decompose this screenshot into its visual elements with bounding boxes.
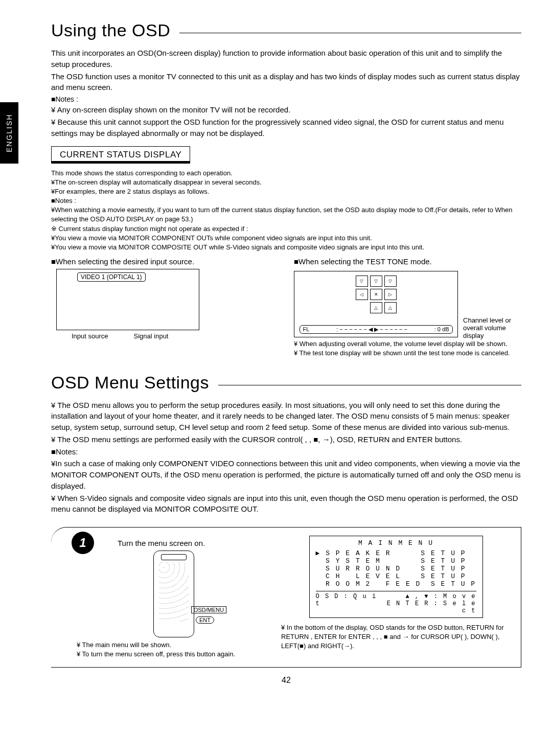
step-left-note-1: ¥ The main menu will be shown. [77, 640, 271, 650]
diagram-right-title: ■When selecting the TEST TONE mode. [294, 257, 521, 266]
menu-footer-left: O S D : Q u i t [316, 593, 379, 614]
legend-line-2: overall volume display [463, 324, 521, 339]
cs-line-5: ※ Current status display function might … [51, 224, 521, 234]
cs-line-7: ¥You view a movie via MONITOR COMPOSITE … [51, 243, 521, 252]
section-title-text: Using the OSD [51, 20, 170, 40]
osd-menu-p3: ¥In such a case of making only COMPONENT… [51, 458, 521, 491]
level-legend: Channel level or overall volume display [463, 316, 521, 339]
remote-icon: OSD/MENU ENT [153, 551, 194, 637]
osd-menu-p2: ¥ The OSD menu settings are performed ea… [51, 434, 521, 445]
cs-line-2: ¥The on-screen display will automaticall… [51, 178, 521, 187]
menu-title: M A I N M E N U [316, 539, 476, 547]
note-1: ¥ Any on-screen display shown on the mon… [51, 104, 521, 116]
osd-menu-p4: ¥ When S-Video signals and composite vid… [51, 493, 521, 515]
legend-line-1: Channel level or [463, 316, 521, 324]
input-source-box: VIDEO 1 (OPTICAL 1) [56, 269, 199, 330]
menu-row-5: R O O M 2 F E E D S E T U P [316, 580, 476, 588]
intro-paragraph-1: This unit incorporates an OSD(On-screen … [51, 48, 521, 70]
level-bar: FL : − − − − − − ◀ ▶ − − − − − − : 0 dB [300, 325, 453, 334]
step-number-badge: 1 [72, 532, 94, 554]
step-right-column: M A I N M E N U ▶ S P E A K E R S E T U … [281, 536, 511, 659]
section-title-osd: Using the OSD [51, 20, 521, 40]
input-source-box-text: VIDEO 1 (OPTICAL 1) [77, 272, 146, 282]
section-title-osd-menu: OSD Menu Settings [51, 373, 521, 393]
menu-row-4: C H L E V E L S E T U P [316, 572, 476, 580]
cs-line-4: ¥When watching a movie earnestly, if you… [51, 205, 521, 224]
intro-paragraph-2: The OSD function uses a monitor TV conne… [51, 71, 521, 94]
step-1-box: 1 Turn the menu screen on. OSD/MENU ENT … [51, 527, 521, 668]
diagram-row: ■When selecting the desired input source… [51, 257, 521, 358]
diagram-input-source: ■When selecting the desired input source… [51, 257, 279, 358]
cs-notes-label: ■Notes : [51, 196, 521, 205]
cs-line-3: ¥For examples, there are 2 status displa… [51, 187, 521, 196]
language-tab: ENGLISH [0, 102, 18, 164]
input-source-label: Input source [72, 332, 108, 340]
tone-note-1: ¥ When adjusting overall volume, the vol… [294, 339, 521, 349]
title-rule-2 [218, 385, 521, 385]
remote-osd-menu-label: OSD/MENU [191, 606, 226, 613]
bar-right: : 0 dB [434, 326, 449, 333]
page-number: 42 [51, 676, 521, 685]
step-left-note-2: ¥ To turn the menu screen off, press thi… [77, 650, 271, 659]
subheading-current-status: CURRENT STATUS DISPLAY [51, 146, 190, 164]
notes-label: ■Notes : [51, 94, 521, 104]
menu-footer-move: ▲ , ▼ : M o v e [379, 593, 476, 600]
osd-notes-label: ■Notes: [51, 446, 521, 457]
signal-input-label: Signal input [134, 332, 169, 340]
remote-ent-label: ENT [196, 616, 214, 624]
menu-footer-select: E N T E R : S e l e c t [379, 600, 476, 614]
title-rule [179, 33, 521, 33]
tone-note-2: ¥ The test tone display will be shown un… [294, 349, 521, 358]
test-tone-box: ▽▽▽ ◁✕▷ △△ FL : − − − − − − ◀ ▶ − − − − … [294, 271, 458, 337]
note-2: ¥ Because this unit cannot support the O… [51, 117, 521, 139]
section-title-text-2: OSD Menu Settings [51, 373, 209, 393]
bar-left: FL [303, 326, 310, 333]
menu-row-1: ▶ S P E A K E R S E T U P [316, 549, 476, 557]
cs-line-6: ¥You view a movie via MONITOR COMPONENT … [51, 234, 521, 243]
step-right-note: ¥ In the bottom of the display, OSD stan… [281, 623, 511, 651]
main-menu-box: M A I N M E N U ▶ S P E A K E R S E T U … [309, 536, 483, 618]
osd-menu-p1: ¥ The OSD menu allows you to perform the… [51, 400, 521, 433]
diagram-test-tone: ■When selecting the TEST TONE mode. ▽▽▽ … [294, 257, 521, 358]
menu-row-2: S Y S T E M S E T U P [316, 557, 476, 565]
diagram-left-title: ■When selecting the desired input source… [51, 257, 279, 266]
step-instruction: Turn the menu screen on. [118, 539, 271, 547]
bar-mid: : − − − − − − ◀ ▶ − − − − − − [336, 326, 407, 333]
step-left-column: Turn the menu screen on. OSD/MENU ENT ¥ … [77, 536, 271, 659]
cs-line-1: This mode shows the status corresponding… [51, 169, 521, 178]
page-content: Using the OSD This unit incorporates an … [51, 20, 521, 685]
menu-row-3: S U R R O U N D S E T U P [316, 565, 476, 572]
speaker-grid-icon: ▽▽▽ ◁✕▷ △△ [356, 276, 397, 313]
